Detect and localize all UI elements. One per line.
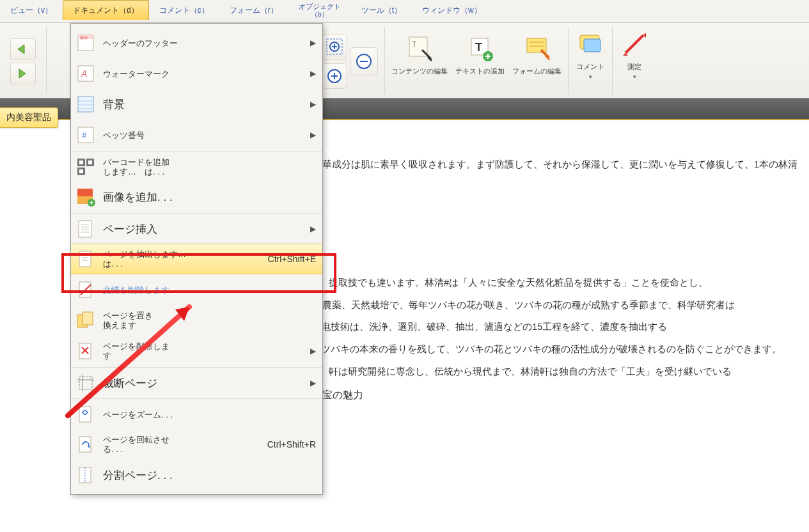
measure-button[interactable]: 測定 ▾ (615, 23, 654, 87)
menu-item-rotate-page[interactable]: ページを回転させ る. . . Ctrl+Shift+R (71, 429, 322, 460)
svg-rect-29 (79, 221, 91, 237)
menu-item-replace-pages[interactable]: ページを置き 換えます (71, 305, 322, 336)
menu-item-label: ページを回転させ る. . . (103, 435, 262, 454)
menu-document[interactable]: ドキュメント（d） (63, 0, 149, 20)
shortcut-label: Ctrl+Shift+E (268, 254, 316, 264)
document-tab[interactable]: 内美容聖品 (0, 107, 58, 128)
zoom-out-icon (355, 52, 373, 70)
submenu-arrow-icon: ▶ (310, 379, 316, 387)
menu-item-split-page[interactable]: 分割ページ. . . (71, 460, 322, 490)
menu-item-add-image[interactable]: 画像を追加. . . (71, 182, 322, 212)
menu-view[interactable]: ビュー（v） (0, 0, 63, 20)
add-text-icon: T (466, 35, 494, 63)
menu-item-bates[interactable]: # ベッツ番号 ▶ (71, 120, 322, 150)
doc-line-4: 电技術は、洗浄、選別、破砕、抽出、濾過などの15工程を経て、濃度を抽出する (321, 316, 803, 338)
comment-icon (576, 30, 604, 58)
menu-object-l1: オブジェクト (299, 3, 341, 10)
edit-form-label: フォームの編集 (512, 66, 562, 75)
measure-icon (620, 30, 648, 58)
menu-item-extract-pages[interactable]: ページを抽出します… は. . . Ctrl+Shift+E (71, 244, 322, 274)
svg-text:T: T (412, 40, 417, 49)
menu-item-label: ページをズーム. . . (103, 410, 316, 419)
menu-item-label: ページ挿入 (103, 224, 306, 234)
extract-pages-icon (75, 248, 97, 270)
menu-item-background[interactable]: 背景 ▶ (71, 89, 322, 120)
edit-content-label: コンテンツの編集 (391, 66, 448, 75)
menu-item-label: 分割ページ. . . (103, 471, 316, 480)
svg-text:#: # (82, 130, 87, 140)
doc-line-1: 華成分は肌に素早く吸収されます。まず防護して、それから保湿して、更に潤いを与えて… (322, 153, 803, 176)
submenu-arrow-icon: ▶ (310, 224, 316, 233)
menu-item-label: 文情を削除します. (103, 285, 316, 295)
edit-content-button[interactable]: T コンテンツの編集 (388, 23, 452, 87)
add-text-label: テキストの追加 (455, 66, 505, 75)
measure-label: 測定 (627, 62, 641, 71)
svg-text:A: A (81, 68, 87, 79)
doc-line-2: 提取技でも違います。林清#は「人々に安全な天然化粧品を提供する」ことを使命とし、 (329, 272, 803, 294)
ribbon-group-zoom (318, 23, 382, 98)
doc-line-3: 農薬、天然栽培で、毎年ツバキの花が咲き、ツバキの花の種が成熟する季節まで、科学研… (322, 294, 803, 317)
menu-item-label: ページを抽出します… は. . . (103, 249, 263, 269)
split-page-icon (75, 464, 97, 486)
submenu-arrow-icon: ▶ (310, 38, 316, 47)
doc-line-6: 軒は研究開発に専念し、伝統から現代まで、林清軒は独自の方法で「工夫」を受け継いで… (329, 361, 803, 383)
svg-rect-23 (79, 160, 83, 164)
edit-form-icon (523, 35, 551, 63)
menu-object[interactable]: オブジェクト （b） (288, 0, 351, 22)
svg-rect-24 (88, 160, 92, 164)
menu-item-label: ヘッダーのフッター (103, 38, 306, 48)
background-icon (75, 93, 97, 115)
menu-item-label: ベッツ番号 (103, 130, 306, 140)
crop-page-icon (75, 372, 97, 394)
shortcut-label: Ctrl+Shift+R (267, 439, 316, 450)
menu-object-l2: （b） (311, 10, 329, 18)
zoom-in-marquee-button[interactable] (322, 34, 347, 59)
menu-form[interactable]: フォーム（r） (219, 0, 288, 20)
edit-content-icon: T (405, 35, 434, 63)
menu-comment[interactable]: コメント（c） (149, 0, 219, 20)
menu-item-insert-page[interactable]: ページ挿入 ▶ (71, 213, 322, 244)
watermark-icon: A (75, 63, 97, 84)
menu-item-watermark[interactable]: A ウォーターマーク ▶ (71, 58, 322, 89)
arrow-right-icon (15, 68, 31, 79)
submenu-arrow-icon: ▶ (310, 69, 316, 78)
comment-label: コメント (576, 62, 604, 71)
menu-item-delete-text[interactable]: 文情を削除します. (71, 274, 322, 305)
menu-item-barcode[interactable]: バーコードを追加 します… は. . . (71, 151, 322, 182)
zoom-out-button[interactable] (350, 47, 378, 75)
svg-rect-27 (77, 189, 93, 196)
document-dropdown: 表示 ヘッダーのフッター ▶ A ウォーターマーク ▶ 背景 ▶ # ベッツ番号… (70, 23, 323, 495)
menu-tool[interactable]: ツール（t） (351, 0, 412, 20)
add-text-button[interactable]: T テキストの追加 (452, 23, 508, 87)
delete-text-icon (75, 279, 97, 301)
bates-number-icon: # (75, 124, 97, 146)
svg-rect-25 (79, 169, 83, 173)
menu-item-zoom-page[interactable]: ページをズーム. . . (71, 398, 322, 429)
submenu-arrow-icon: ▶ (310, 130, 316, 139)
replace-pages-icon (75, 309, 97, 331)
add-image-icon (75, 186, 97, 208)
menubar: ビュー（v） ドキュメント（d） コメント（c） フォーム（r） オブジェクト … (0, 0, 809, 23)
menu-window[interactable]: ウィンドウ（w） (412, 0, 492, 20)
zoom-in-button[interactable] (322, 63, 347, 89)
nav-back-button[interactable] (10, 38, 36, 60)
svg-rect-33 (82, 312, 93, 325)
svg-text:T: T (475, 41, 482, 54)
menu-item-label: ウォーターマーク (103, 69, 306, 79)
chevron-down-icon: ▾ (589, 74, 592, 80)
svg-rect-30 (79, 251, 91, 267)
menu-item-delete-pages[interactable]: ページを削除しま す ▶ (71, 336, 322, 366)
nav-forward-button[interactable] (10, 63, 36, 84)
menu-item-header-footer[interactable]: 表示 ヘッダーのフッター ▶ (71, 27, 322, 58)
svg-rect-11 (584, 39, 601, 52)
menu-item-crop-page[interactable]: 裁断ページ ▶ (71, 367, 322, 398)
comment-button[interactable]: コメント ▾ (571, 23, 609, 87)
svg-rect-35 (79, 377, 92, 389)
barcode-icon (75, 156, 97, 178)
menu-item-label: 背景 (103, 100, 306, 109)
zoom-page-icon (75, 403, 97, 425)
arrow-left-icon (15, 43, 31, 55)
insert-page-icon (75, 218, 97, 240)
edit-form-button[interactable]: フォームの編集 (508, 23, 565, 87)
submenu-arrow-icon: ▶ (310, 100, 316, 109)
